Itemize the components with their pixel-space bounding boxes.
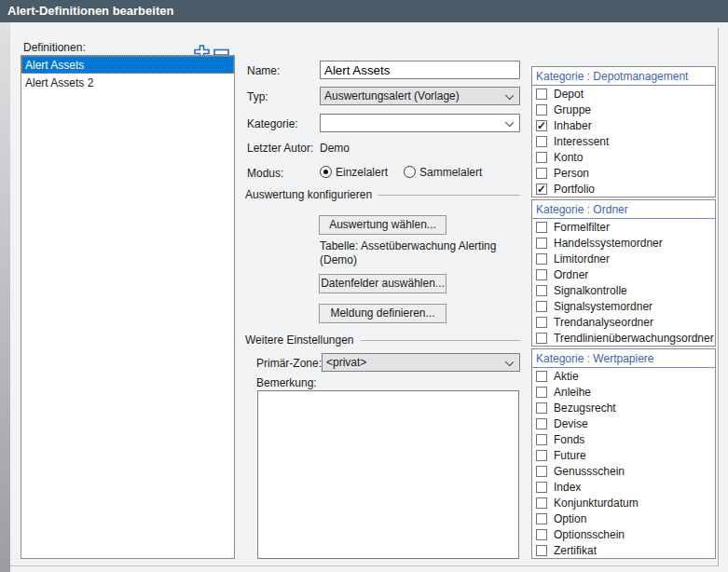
datenfelder-auswaehlen-button[interactable]: Datenfelder auswählen... — [319, 274, 446, 293]
window-edge-shade — [0, 22, 10, 572]
checkbox-icon[interactable] — [536, 545, 547, 556]
checkbox-icon[interactable] — [536, 317, 547, 328]
kategorie-select[interactable] — [320, 114, 520, 132]
checkbox-label: Inhaber — [554, 119, 592, 132]
name-input[interactable] — [320, 61, 520, 79]
checkbox-icon[interactable] — [536, 482, 547, 493]
checkbox-icon[interactable] — [536, 450, 547, 461]
category-checkbox-row[interactable]: Konto — [532, 149, 715, 165]
category-checkbox-row[interactable]: Signalkontrolle — [532, 282, 715, 298]
checkbox-icon[interactable] — [536, 269, 547, 280]
checkbox-icon[interactable] — [536, 497, 547, 509]
checkbox-icon[interactable] — [536, 222, 547, 233]
category-checkbox-row[interactable]: Future — [532, 447, 715, 463]
weitere-group-header: Weitere Einstellungen — [245, 334, 520, 347]
name-label: Name: — [247, 64, 280, 77]
category-checkbox-row[interactable]: Option — [532, 511, 715, 526]
checkbox-icon[interactable] — [536, 168, 547, 179]
checkbox-label: Aktie — [554, 370, 579, 383]
category-checkbox-row[interactable]: Bezugsrecht — [532, 400, 715, 415]
category-checkbox-row[interactable]: Index — [532, 479, 715, 495]
chevron-down-icon — [505, 118, 514, 127]
checkbox-label: Portfolio — [554, 183, 595, 196]
checkbox-label: Signalkontrolle — [554, 284, 627, 297]
modus-radio-sammelalert[interactable]: Sammelalert — [404, 166, 482, 179]
primaer-zone-value: <privat> — [326, 356, 366, 369]
checkbox-label: Anleihe — [554, 386, 591, 399]
primaer-zone-select[interactable]: <privat> — [322, 353, 520, 372]
checkbox-icon[interactable] — [536, 513, 547, 524]
checkbox-label: Trendlinienüberwachungsordner — [554, 332, 714, 345]
category-checkbox-row[interactable]: Depot — [532, 86, 715, 102]
checkbox-icon[interactable] — [536, 104, 547, 116]
category-checkbox-row[interactable]: Handelssystemordner — [532, 235, 715, 251]
checkbox-icon[interactable] — [536, 529, 547, 540]
category-checkbox-row[interactable]: Zertifikat — [532, 542, 715, 558]
typ-label: Typ: — [247, 90, 268, 103]
checkbox-label: Limitordner — [554, 252, 610, 266]
typ-select[interactable]: Auswertungsalert (Vorlage) — [320, 87, 520, 105]
category-header: Kategorie : Ordner — [532, 200, 715, 219]
category-checkbox-row[interactable]: Trendlinienüberwachungsordner — [532, 330, 715, 346]
auswertung-group-header: Auswertung konfigurieren — [245, 188, 520, 201]
category-panel: Kategorie : DepotmanagementDepotGruppeIn… — [531, 66, 716, 561]
checkbox-icon[interactable] — [536, 466, 547, 477]
category-checkbox-row[interactable]: Genussschein — [532, 463, 715, 479]
category-checkbox-row[interactable]: Person — [532, 165, 715, 181]
checkbox-checked-icon[interactable] — [536, 120, 547, 131]
checkbox-icon[interactable] — [536, 301, 547, 312]
checkbox-icon[interactable] — [536, 238, 547, 249]
category-checkbox-row[interactable]: Konjunkturdatum — [532, 495, 715, 511]
radio-icon — [320, 166, 332, 178]
checkbox-label: Devise — [554, 417, 588, 430]
checkbox-label: Index — [554, 481, 581, 494]
definitions-list[interactable]: Alert AssetsAlert Assets 2 — [21, 55, 235, 559]
checkbox-icon[interactable] — [536, 418, 547, 429]
category-checkbox-row[interactable]: Portfolio — [532, 181, 715, 197]
category-checkbox-row[interactable]: Anleihe — [532, 384, 715, 400]
checkbox-icon[interactable] — [536, 152, 547, 163]
letzter-autor-label: Letzter Autor: — [247, 142, 313, 155]
checkbox-label: Ordner — [554, 268, 588, 281]
letzter-autor-value: Demo — [320, 142, 350, 155]
list-item[interactable]: Alert Assets 2 — [21, 74, 234, 91]
checkbox-icon[interactable] — [536, 402, 547, 414]
category-checkbox-row[interactable]: Interessent — [532, 133, 715, 149]
category-checkbox-row[interactable]: Trendanalyseordner — [532, 314, 715, 330]
checkbox-label: Konjunkturdatum — [554, 497, 639, 510]
checkbox-icon[interactable] — [536, 434, 547, 445]
checkbox-icon[interactable] — [536, 333, 547, 344]
checkbox-checked-icon[interactable] — [536, 184, 547, 195]
category-checkbox-row[interactable]: Fonds — [532, 431, 715, 447]
checkbox-label: Genussschein — [554, 465, 625, 478]
category-section: Kategorie : DepotmanagementDepotGruppeIn… — [531, 66, 716, 197]
checkbox-icon[interactable] — [536, 253, 547, 265]
auswertung-waehlen-button[interactable]: Auswertung wählen... — [319, 215, 446, 235]
category-checkbox-row[interactable]: Devise — [532, 415, 715, 431]
checkbox-icon[interactable] — [536, 136, 547, 147]
checkbox-label: Fonds — [554, 433, 584, 446]
radio-label: Sammelalert — [419, 166, 482, 179]
category-checkbox-row[interactable]: Optionsschein — [532, 526, 715, 542]
category-checkbox-row[interactable]: Signalsystemordner — [532, 298, 715, 314]
list-item[interactable]: Alert Assets — [21, 56, 234, 74]
tabelle-info: Tabelle: Assetüberwachung Alerting (Demo… — [320, 239, 517, 267]
category-checkbox-row[interactable]: Formelfilter — [532, 219, 715, 235]
chevron-down-icon — [505, 358, 514, 366]
category-checkbox-row[interactable]: Ordner — [532, 266, 715, 282]
meldung-definieren-button[interactable]: Meldung definieren... — [319, 304, 446, 323]
bemerkung-textarea[interactable] — [257, 390, 519, 559]
category-checkbox-row[interactable]: Inhaber — [532, 117, 715, 133]
checkbox-label: Gruppe — [554, 103, 591, 116]
category-checkbox-row[interactable]: Aktie — [532, 368, 715, 384]
category-checkbox-row[interactable]: Gruppe — [532, 102, 715, 117]
checkbox-icon[interactable] — [536, 387, 547, 398]
modus-radio-einzelalert[interactable]: Einzelalert — [320, 166, 388, 179]
category-checkbox-row[interactable]: Limitordner — [532, 251, 715, 266]
radio-icon — [404, 166, 416, 178]
checkbox-icon[interactable] — [536, 89, 547, 100]
checkbox-icon[interactable] — [536, 371, 547, 382]
checkbox-label: Interessent — [554, 135, 609, 148]
kategorie-label: Kategorie: — [247, 117, 298, 130]
checkbox-icon[interactable] — [536, 285, 547, 296]
